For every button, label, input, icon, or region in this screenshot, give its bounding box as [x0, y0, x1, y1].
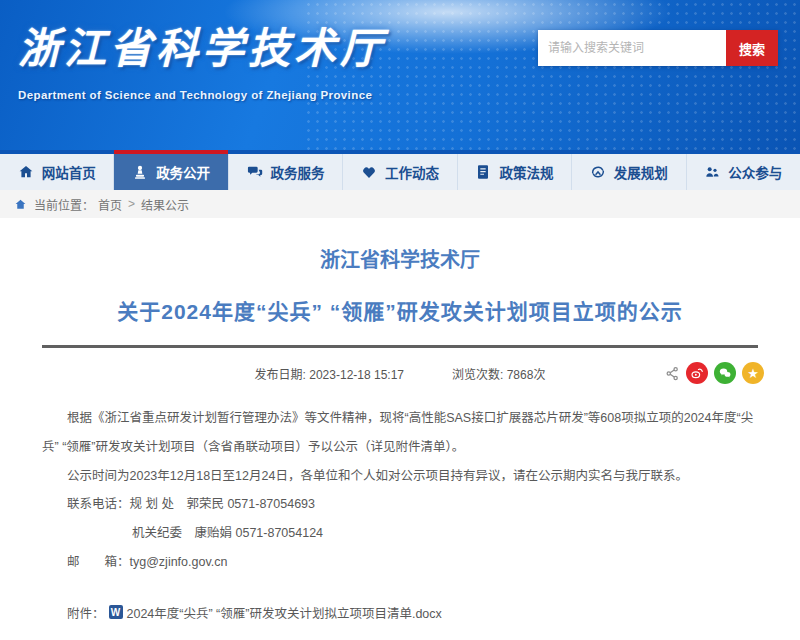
- nav-item-label: 政务服务: [271, 162, 325, 182]
- site-header-banner: 浙江省科学技术厅 Department of Science and Techn…: [0, 0, 800, 150]
- location-home-icon: [14, 198, 27, 211]
- gov-open-icon: [132, 164, 148, 180]
- attachment-link[interactable]: 2024年度“尖兵” “领雁”研发攻关计划拟立项项目清单.docx: [127, 603, 442, 622]
- nav-item-gov-open[interactable]: 政务公开: [114, 154, 228, 190]
- nav-item-work-news[interactable]: 工作动态: [343, 154, 457, 190]
- contact-phone-line-2: 机关纪委 康贻娟 0571-87054124: [132, 519, 758, 548]
- policy-doc-icon: [475, 164, 491, 180]
- breadcrumb: 当前位置： 首页 > 结果公示: [0, 190, 800, 218]
- nav-item-label: 发展规划: [614, 162, 668, 182]
- nav-item-development-plan[interactable]: 发展规划: [572, 154, 686, 190]
- paragraph-1: 根据《浙江省重点研发计划暂行管理办法》等文件精神，现将“高性能SAS接口扩展器芯…: [42, 404, 758, 462]
- qzone-icon[interactable]: ★: [742, 362, 764, 384]
- site-title-english: Department of Science and Technology of …: [18, 89, 386, 101]
- nav-item-label: 工作动态: [385, 162, 439, 182]
- heart-icon: [361, 164, 377, 180]
- share-icon[interactable]: [665, 366, 680, 381]
- article-org-title: 浙江省科学技术厅: [42, 244, 758, 273]
- site-search: 搜索: [538, 30, 778, 66]
- participate-icon: [704, 164, 720, 180]
- view-count: 浏览次数: 7868次: [452, 362, 545, 388]
- contact-phone-line-1: 联系电话：规 划 处 郭荣民 0571-87054693: [67, 490, 758, 519]
- weibo-icon[interactable]: [686, 362, 708, 384]
- share-buttons: ★: [665, 362, 764, 384]
- site-title-chinese: 浙江省科学技术厅: [18, 14, 386, 75]
- contact-email-line: 邮 箱：tyg@zjinfo.gov.cn: [67, 548, 758, 577]
- attachment-label: 附件：: [67, 603, 105, 622]
- home-icon: [18, 164, 34, 180]
- attachment-row: 附件： W 2024年度“尖兵” “领雁”研发攻关计划拟立项项目清单.docx: [67, 603, 758, 622]
- nav-item-home[interactable]: 网站首页: [0, 154, 114, 190]
- nav-item-public-participation[interactable]: 公众参与: [687, 154, 800, 190]
- service-bubbles-icon: [247, 164, 263, 180]
- nav-item-policy[interactable]: 政策法规: [458, 154, 572, 190]
- title-divider: [42, 345, 758, 348]
- plan-handshake-icon: [590, 164, 606, 180]
- article-body: 根据《浙江省重点研发计划暂行管理办法》等文件精神，现将“高性能SAS接口扩展器芯…: [42, 404, 758, 577]
- publish-date: 发布日期: 2023-12-18 15:17: [255, 362, 404, 388]
- nav-item-label: 公众参与: [728, 162, 782, 182]
- breadcrumb-separator: >: [128, 197, 135, 211]
- main-navigation: 网站首页 政务公开 政务服务 工作动态 政策法规 发展规划 公众参与: [0, 150, 800, 190]
- nav-item-label: 政务公开: [156, 162, 210, 182]
- nav-item-label: 网站首页: [42, 162, 96, 182]
- article-meta-row: 发布日期: 2023-12-18 15:17 浏览次数: 7868次 ★: [42, 362, 758, 388]
- breadcrumb-home-link[interactable]: 首页: [98, 196, 122, 213]
- page-title: 关于2024年度“尖兵” “领雁”研发攻关计划项目立项的公示: [42, 295, 758, 325]
- search-button[interactable]: 搜索: [726, 30, 778, 66]
- site-logo[interactable]: 浙江省科学技术厅 Department of Science and Techn…: [18, 14, 386, 101]
- breadcrumb-current: 结果公示: [141, 196, 189, 213]
- paragraph-2: 公示时间为2023年12月18日至12月24日，各单位和个人如对公示项目持有异议…: [42, 462, 758, 491]
- word-doc-icon: W: [109, 605, 123, 619]
- nav-item-label: 政策法规: [499, 162, 553, 182]
- breadcrumb-label: 当前位置：: [34, 196, 94, 213]
- wechat-icon[interactable]: [714, 362, 736, 384]
- article-content: 浙江省科学技术厅 关于2024年度“尖兵” “领雁”研发攻关计划项目立项的公示 …: [0, 218, 800, 640]
- nav-item-gov-service[interactable]: 政务服务: [229, 154, 343, 190]
- search-input[interactable]: [538, 30, 726, 66]
